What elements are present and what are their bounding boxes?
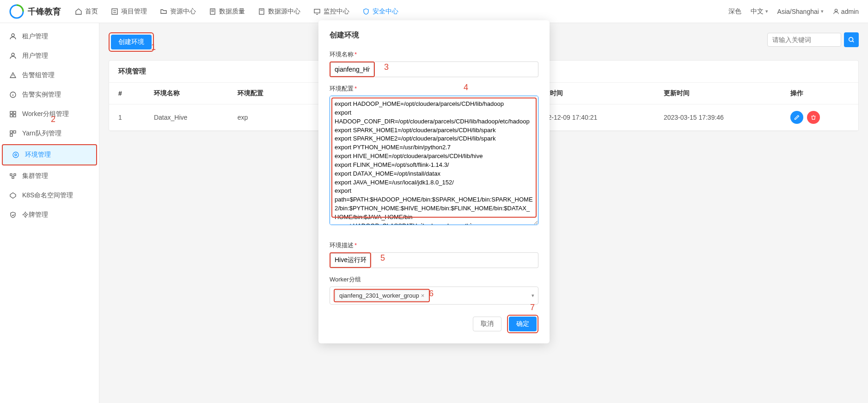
warning-icon xyxy=(9,72,17,79)
nav-resource[interactable]: 资源中心 xyxy=(160,7,196,16)
sidebar-item-alarm-group[interactable]: 告警组管理 xyxy=(0,66,99,85)
chevron-down-icon: ▾ xyxy=(821,8,824,14)
edit-button[interactable] xyxy=(790,111,803,124)
sidebar-label: Yarn队列管理 xyxy=(22,129,61,138)
nav-quality[interactable]: 数据质量 xyxy=(209,7,245,16)
svg-point-11 xyxy=(835,9,837,11)
worker-group-tag: qianfeng_2301_worker_group × xyxy=(335,290,428,301)
nav-security[interactable]: 安全中心 xyxy=(362,7,398,16)
chevron-down-icon: ▾ xyxy=(765,8,768,14)
edit-icon xyxy=(794,114,800,121)
sidebar-item-alarm-instance[interactable]: 告警实例管理 xyxy=(0,85,99,104)
user-icon xyxy=(833,8,839,15)
env-icon xyxy=(12,151,19,159)
svg-rect-20 xyxy=(13,115,16,117)
cell-updated: 2023-03-15 17:39:46 xyxy=(654,104,781,131)
sidebar-label: 租户管理 xyxy=(22,32,48,41)
environment-desc-input[interactable] xyxy=(330,253,370,267)
nav-label: 数据质量 xyxy=(219,7,245,16)
svg-rect-17 xyxy=(10,111,12,114)
nav-project[interactable]: 项目管理 xyxy=(111,7,147,16)
user-icon xyxy=(9,52,17,60)
k8s-icon xyxy=(9,192,17,199)
nav-datasource[interactable]: 数据源中心 xyxy=(258,7,300,16)
worker-label: Worker分组 xyxy=(330,275,538,284)
language-select[interactable]: 中文 ▾ xyxy=(751,7,768,16)
desc-label: 环境描述* xyxy=(330,241,538,250)
theme-toggle[interactable]: 深色 xyxy=(728,7,741,16)
sidebar-item-tenant[interactable]: 租户管理 xyxy=(0,27,99,46)
logo-text: 千锋教育 xyxy=(28,6,61,17)
svg-rect-27 xyxy=(14,174,16,176)
sidebar-item-worker-group[interactable]: Worker分组管理 xyxy=(0,104,99,124)
svg-rect-23 xyxy=(10,134,12,136)
sidebar-label: Worker分组管理 xyxy=(22,110,69,118)
nav-monitor[interactable]: 监控中心 xyxy=(313,7,349,16)
sidebar-item-k8s[interactable]: K8S命名空间管理 xyxy=(0,186,99,205)
nav-label: 安全中心 xyxy=(373,7,398,16)
sidebar-item-token[interactable]: 令牌管理 xyxy=(0,205,99,225)
list-icon xyxy=(111,8,118,15)
svg-rect-7 xyxy=(259,9,264,14)
timezone-select[interactable]: Asia/Shanghai ▾ xyxy=(777,8,824,15)
logo: 千锋教育 xyxy=(9,4,61,19)
svg-rect-19 xyxy=(10,115,12,117)
environment-config-textarea[interactable] xyxy=(330,96,538,225)
nav-home[interactable]: 首页 xyxy=(75,7,98,16)
sidebar-label: K8S命名空间管理 xyxy=(22,191,73,200)
sidebar-label: 令牌管理 xyxy=(22,211,48,219)
create-environment-button[interactable]: 创建环境 xyxy=(111,35,152,49)
nav-label: 监控中心 xyxy=(324,7,349,16)
search-input[interactable] xyxy=(767,33,841,47)
name-label: 环境名称* xyxy=(330,50,538,59)
svg-point-24 xyxy=(13,152,18,158)
svg-rect-1 xyxy=(112,9,117,14)
svg-rect-21 xyxy=(10,131,12,133)
search-button[interactable] xyxy=(844,32,859,47)
svg-point-12 xyxy=(12,34,14,37)
delete-button[interactable] xyxy=(807,111,820,124)
header-right: 深色 中文 ▾ Asia/Shanghai ▾ admin xyxy=(728,7,859,16)
svg-point-30 xyxy=(849,37,853,42)
sidebar-label: 告警组管理 xyxy=(22,71,55,79)
monitor-icon xyxy=(313,8,321,15)
info-icon xyxy=(9,91,17,98)
chevron-down-icon: ▾ xyxy=(532,293,534,299)
worker-group-select[interactable]: qianfeng_2301_worker_group × ▾ 6 xyxy=(330,287,538,305)
svg-marker-29 xyxy=(10,193,16,198)
ok-button[interactable]: 确定 xyxy=(509,317,537,331)
nav: 首页 项目管理 资源中心 数据质量 数据源中心 监控中心 安全中心 xyxy=(75,7,728,16)
doc-icon xyxy=(258,8,265,15)
folder-icon xyxy=(160,8,167,15)
desc-highlight xyxy=(330,252,371,268)
cancel-button[interactable]: 取消 xyxy=(473,317,501,331)
th-actions: 操作 xyxy=(781,83,858,104)
nav-label: 首页 xyxy=(85,7,98,16)
user-menu[interactable]: admin xyxy=(833,8,859,15)
grid-icon xyxy=(9,110,17,118)
cluster-icon xyxy=(9,172,17,180)
sidebar-item-cluster[interactable]: 集群管理 xyxy=(0,166,99,186)
grid-icon xyxy=(9,130,17,137)
tag-remove-icon[interactable]: × xyxy=(421,292,425,299)
doc-icon xyxy=(209,8,216,15)
header: 千锋教育 首页 项目管理 资源中心 数据质量 数据源中心 监控中心 安全中心 深… xyxy=(0,0,868,23)
sidebar-label: 用户管理 xyxy=(22,52,48,60)
sidebar-label: 集群管理 xyxy=(22,172,48,180)
cell-index: 1 xyxy=(109,104,145,131)
sidebar-item-user[interactable]: 用户管理 xyxy=(0,46,99,66)
sidebar-item-environment[interactable]: 环境管理 xyxy=(2,144,97,165)
svg-line-31 xyxy=(853,41,854,43)
ok-highlight: 确定 xyxy=(507,315,538,333)
svg-rect-9 xyxy=(314,9,320,13)
environment-name-input[interactable] xyxy=(330,62,374,76)
sidebar-item-yarn-queue[interactable]: Yarn队列管理 xyxy=(0,124,99,143)
nav-label: 数据源中心 xyxy=(268,7,300,16)
create-environment-modal: 创建环境 环境名称* 3 环境配置* 4 环境描述* 5 Worker分组 qi… xyxy=(318,20,550,343)
th-index: # xyxy=(109,83,145,104)
svg-rect-28 xyxy=(12,177,14,178)
svg-point-25 xyxy=(15,154,17,156)
th-name: 环境名称 xyxy=(145,83,228,104)
home-icon xyxy=(75,8,82,15)
sidebar-label: 环境管理 xyxy=(25,151,51,159)
